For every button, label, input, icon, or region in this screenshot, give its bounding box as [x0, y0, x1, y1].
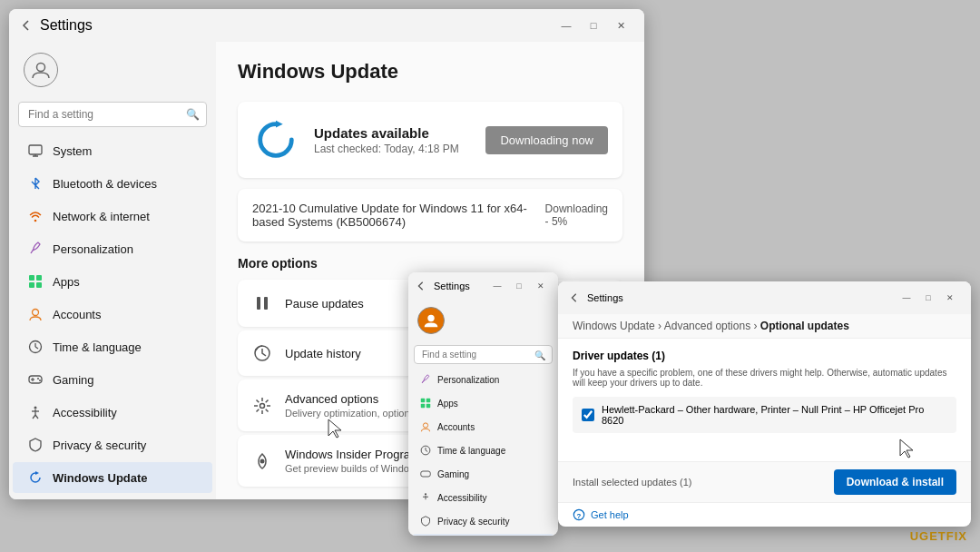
sidebar-label-accounts: Accounts — [53, 308, 101, 321]
sidebar-label-bluetooth: Bluetooth & devices — [53, 177, 157, 191]
driver-checkbox[interactable] — [582, 409, 594, 421]
sidebar-item-accessibility[interactable]: Accessibility — [13, 397, 212, 428]
svg-point-18 — [34, 407, 37, 409]
refresh-icon — [252, 116, 299, 163]
brush-icon — [27, 241, 44, 257]
update-icon — [27, 469, 44, 486]
svg-text:?: ? — [577, 512, 582, 520]
last-checked: Last checked: Today, 4:18 PM — [314, 143, 471, 155]
overlay-sidebar-item-accounts[interactable]: Accounts — [412, 416, 554, 438]
overlay-title-controls: — □ ✕ — [487, 279, 551, 293]
overlay-apps-icon — [419, 397, 432, 409]
overlay-back-icon[interactable] — [416, 281, 426, 291]
sidebar-label-network: Network & internet — [53, 210, 150, 223]
svg-rect-8 — [36, 282, 42, 288]
optional-title-bar: Settings — □ ✕ — [558, 281, 971, 314]
back-icon[interactable] — [20, 19, 33, 32]
optional-close-button[interactable]: ✕ — [940, 291, 960, 305]
overlay-title-bar: Settings — □ ✕ — [408, 272, 558, 300]
svg-rect-31 — [421, 404, 426, 409]
overlay-search-box: 🔍 — [414, 345, 553, 364]
sidebar: 🔍 System Bluetooth & devices Network & — [9, 42, 216, 499]
svg-point-4 — [34, 220, 37, 222]
controller-icon — [27, 371, 44, 388]
overlay-avatar[interactable] — [417, 307, 445, 334]
overlay-close-button[interactable]: ✕ — [531, 279, 551, 293]
close-button[interactable]: ✕ — [608, 16, 633, 34]
overlay-maximize-button[interactable]: □ — [509, 279, 529, 293]
title-bar-left: Settings — [20, 17, 93, 34]
overlay-minimize-button[interactable]: — — [487, 279, 507, 293]
overlay-sidebar-item-windows-update[interactable]: Windows Update — [412, 534, 554, 536]
svg-point-38 — [425, 493, 426, 495]
page-title: Windows Update — [238, 60, 622, 84]
search-input[interactable] — [18, 102, 207, 127]
accessibility-icon — [27, 404, 44, 420]
breadcrumb: Windows Update › Advanced options › Opti… — [558, 314, 971, 339]
get-help-icon: ? — [573, 508, 585, 521]
svg-point-28 — [427, 315, 434, 321]
sidebar-item-personalization[interactable]: Personalization — [13, 233, 212, 264]
downloading-row: 2021-10 Cumulative Update for Windows 11… — [238, 189, 622, 242]
get-help-label: Get help — [591, 509, 629, 520]
overlay-user-section — [408, 300, 558, 341]
overlay-search-input[interactable] — [414, 345, 553, 364]
svg-point-0 — [37, 64, 45, 72]
overlay-label-accessibility: Accessibility — [437, 493, 486, 503]
overlay-sidebar-item-apps[interactable]: Apps — [412, 392, 554, 414]
optional-title-controls: — □ ✕ — [897, 291, 960, 305]
sidebar-item-apps[interactable]: Apps — [13, 266, 212, 297]
driver-help-text: If you have a specific problem, one of t… — [573, 368, 956, 388]
overlay-accessibility-icon — [419, 491, 432, 504]
sidebar-item-time[interactable]: Time & language — [13, 331, 212, 362]
svg-point-27 — [260, 458, 265, 463]
title-bar: Settings — □ ✕ — [9, 9, 644, 42]
wifi-icon — [27, 208, 44, 224]
avatar[interactable] — [24, 53, 58, 87]
svg-rect-30 — [426, 399, 431, 403]
sidebar-label-time: Time & language — [53, 340, 142, 354]
maximize-button[interactable]: □ — [581, 16, 606, 34]
minimize-button[interactable]: — — [554, 16, 579, 34]
overlay-title-left: Settings — [416, 281, 470, 291]
sidebar-item-windows-update[interactable]: Windows Update — [13, 462, 212, 493]
sidebar-item-system[interactable]: System — [13, 135, 212, 166]
overlay-label-accounts: Accounts — [437, 422, 475, 432]
advanced-icon — [252, 396, 272, 416]
sidebar-item-accounts[interactable]: Accounts — [13, 299, 212, 330]
overlay-sidebar-item-time[interactable]: Time & language — [412, 439, 554, 461]
accounts-icon — [27, 306, 44, 322]
sidebar-label-gaming: Gaming — [53, 373, 94, 387]
sidebar-item-bluetooth[interactable]: Bluetooth & devices — [13, 168, 212, 199]
driver-section-title: Driver updates (1) — [573, 350, 956, 362]
sidebar-item-gaming[interactable]: Gaming — [13, 364, 212, 395]
optional-maximize-button[interactable]: □ — [918, 291, 938, 305]
overlay-user-icon — [423, 312, 439, 329]
overlay-label-gaming: Gaming — [437, 469, 469, 479]
system-icon — [27, 143, 44, 159]
optional-minimize-button[interactable]: — — [897, 291, 916, 305]
sidebar-item-privacy[interactable]: Privacy & security — [13, 429, 212, 460]
overlay-sidebar-item-accessibility[interactable]: Accessibility — [412, 487, 554, 508]
svg-point-17 — [39, 380, 41, 381]
svg-line-36 — [426, 450, 427, 452]
svg-point-33 — [423, 423, 427, 428]
overlay-label-privacy: Privacy & security — [437, 517, 509, 527]
overlay-sidebar-item-personalization[interactable]: Personalization — [412, 369, 554, 390]
download-install-button[interactable]: Download & install — [834, 469, 956, 495]
get-help-row[interactable]: ? Get help — [558, 502, 971, 527]
insider-icon — [252, 451, 272, 471]
sidebar-item-network[interactable]: Network & internet — [13, 201, 212, 232]
bluetooth-icon — [27, 175, 44, 192]
svg-rect-29 — [421, 399, 426, 403]
sidebar-label-personalization: Personalization — [53, 242, 133, 256]
overlay-sidebar-item-privacy[interactable]: Privacy & security — [412, 510, 554, 532]
svg-line-22 — [35, 415, 38, 419]
overlay-search-icon: 🔍 — [534, 350, 545, 360]
svg-point-9 — [33, 310, 39, 316]
watermark: UGETFIX — [910, 529, 967, 543]
overlay-sidebar-item-gaming[interactable]: Gaming — [412, 463, 554, 485]
optional-back-icon[interactable] — [569, 292, 580, 303]
svg-rect-23 — [257, 297, 260, 310]
download-button[interactable]: Downloading now — [485, 126, 608, 154]
